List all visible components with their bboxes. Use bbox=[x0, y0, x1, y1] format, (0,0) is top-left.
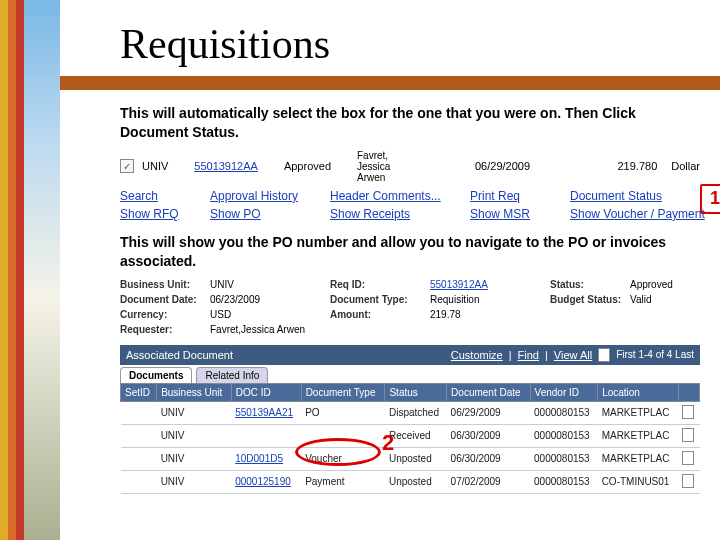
cell-bu: UNIV bbox=[157, 470, 232, 493]
find-link[interactable]: Find bbox=[518, 349, 539, 361]
cell-setid bbox=[121, 447, 157, 470]
cell-doc-icon[interactable] bbox=[678, 401, 699, 424]
show-rfq-link[interactable]: Show RFQ bbox=[120, 207, 210, 221]
lbl-status: Status: bbox=[550, 279, 630, 290]
table-row: UNIV550139AA21PODispatched06/29/20090000… bbox=[121, 401, 700, 424]
assoc-tabs: Documents Related Info bbox=[120, 367, 700, 383]
assoc-table: SetID Business Unit DOC ID Document Type… bbox=[120, 383, 700, 494]
show-msr-link[interactable]: Show MSR bbox=[470, 207, 570, 221]
val-currency: USD bbox=[210, 309, 330, 320]
val-docdate: 06/23/2009 bbox=[210, 294, 330, 305]
instruction-2: This will show you the PO number and all… bbox=[120, 233, 700, 271]
lbl-reqid: Req ID: bbox=[330, 279, 430, 290]
val-doctype: Requisition bbox=[430, 294, 550, 305]
cell-docdate: 06/29/2009 bbox=[447, 401, 530, 424]
link-grid: Search Approval History Header Comments.… bbox=[120, 189, 700, 221]
nav-text[interactable]: First 1-4 of 4 Last bbox=[616, 349, 694, 360]
approval-history-link[interactable]: Approval History bbox=[210, 189, 330, 203]
cell-doctype: Payment bbox=[301, 470, 385, 493]
cell-docdate: 07/02/2009 bbox=[447, 470, 530, 493]
cell-docid-link[interactable] bbox=[231, 424, 301, 447]
lbl-docdate: Document Date: bbox=[120, 294, 210, 305]
table-row: UNIV10D001D5VoucherUnposted06/30/2009000… bbox=[121, 447, 700, 470]
cell-location: MARKETPLAC bbox=[598, 447, 679, 470]
lbl-bu: Business Unit: bbox=[120, 279, 210, 290]
cell-vendor: 0000080153 bbox=[530, 401, 598, 424]
val-status: Approved bbox=[630, 279, 710, 290]
cell-status: Dispatched bbox=[385, 401, 447, 424]
requester-name: Favret, Jessica Arwen bbox=[357, 150, 417, 183]
col-setid: SetID bbox=[121, 383, 157, 401]
tab-documents[interactable]: Documents bbox=[120, 367, 192, 383]
cell-docid-link[interactable]: 0000125190 bbox=[231, 470, 301, 493]
cell-setid bbox=[121, 401, 157, 424]
checkbox-checked-icon[interactable]: ✓ bbox=[120, 159, 134, 173]
cell-bu: UNIV bbox=[157, 424, 232, 447]
col-location: Location bbox=[598, 383, 679, 401]
selected-req-row: ✓ UNIV 55013912AA Approved Favret, Jessi… bbox=[120, 148, 700, 187]
cell-doctype: PO bbox=[301, 401, 385, 424]
amount-value: 219.780 bbox=[618, 160, 658, 172]
cell-doc-icon[interactable] bbox=[678, 470, 699, 493]
cell-location: MARKETPLAC bbox=[598, 424, 679, 447]
val-reqid[interactable]: 55013912AA bbox=[430, 279, 550, 290]
document-icon bbox=[682, 451, 694, 465]
cell-vendor: 0000080153 bbox=[530, 424, 598, 447]
req-detail-block: Business Unit: UNIV Req ID: 55013912AA S… bbox=[120, 277, 700, 337]
assoc-title: Associated Document bbox=[126, 349, 233, 361]
cell-doctype: Voucher bbox=[301, 447, 385, 470]
col-docdate: Document Date bbox=[447, 383, 530, 401]
cell-docid-link[interactable]: 550139AA21 bbox=[231, 401, 301, 424]
cell-doc-icon[interactable] bbox=[678, 424, 699, 447]
assoc-header-bar: Associated Document Customize | Find | V… bbox=[120, 345, 700, 365]
currency-value: Dollar bbox=[671, 160, 700, 172]
print-req-link[interactable]: Print Req bbox=[470, 189, 570, 203]
viewall-link[interactable]: View All bbox=[554, 349, 592, 361]
cell-location: CO-TMINUS01 bbox=[598, 470, 679, 493]
table-row: UNIV0000125190PaymentUnposted07/02/20090… bbox=[121, 470, 700, 493]
show-receipts-link[interactable]: Show Receipts bbox=[330, 207, 470, 221]
cell-bu: UNIV bbox=[157, 401, 232, 424]
req-id-link[interactable]: 55013912AA bbox=[194, 160, 258, 172]
callout-2: 2 bbox=[382, 430, 394, 456]
date-value: 06/29/2009 bbox=[475, 160, 530, 172]
cell-doc-icon[interactable] bbox=[678, 447, 699, 470]
tab-related-info[interactable]: Related Info bbox=[196, 367, 268, 383]
col-status: Status bbox=[385, 383, 447, 401]
cell-docid-link[interactable]: 10D001D5 bbox=[231, 447, 301, 470]
cell-setid bbox=[121, 470, 157, 493]
cell-docdate: 06/30/2009 bbox=[447, 447, 530, 470]
header-comments-link[interactable]: Header Comments... bbox=[330, 189, 470, 203]
cell-setid bbox=[121, 424, 157, 447]
document-icon bbox=[682, 428, 694, 442]
cell-docdate: 06/30/2009 bbox=[447, 424, 530, 447]
show-voucher-link[interactable]: Show Voucher / Payment bbox=[570, 207, 720, 221]
col-vendor: Vendor ID bbox=[530, 383, 598, 401]
col-bu: Business Unit bbox=[157, 383, 232, 401]
lbl-requester: Requester: bbox=[120, 324, 210, 335]
lbl-currency: Currency: bbox=[120, 309, 210, 320]
val-requester: Favret,Jessica Arwen bbox=[210, 324, 550, 335]
lbl-doctype: Document Type: bbox=[330, 294, 430, 305]
col-doctype: Document Type bbox=[301, 383, 385, 401]
instruction-1: This will automatically select the box f… bbox=[120, 104, 700, 142]
lbl-budget: Budget Status: bbox=[550, 294, 630, 305]
status-value: Approved bbox=[284, 160, 331, 172]
page-title: Requisitions bbox=[120, 20, 700, 68]
cell-status: Unposted bbox=[385, 470, 447, 493]
bu-value: UNIV bbox=[142, 160, 168, 172]
val-bu: UNIV bbox=[210, 279, 330, 290]
customize-link[interactable]: Customize bbox=[451, 349, 503, 361]
grid-icon[interactable] bbox=[598, 348, 610, 362]
search-link[interactable]: Search bbox=[120, 189, 210, 203]
title-underline bbox=[60, 76, 720, 90]
callout-1: 1 bbox=[700, 184, 720, 214]
table-row: UNIVReceived06/30/20090000080153MARKETPL… bbox=[121, 424, 700, 447]
document-status-link[interactable]: Document Status bbox=[570, 189, 720, 203]
document-icon bbox=[682, 474, 694, 488]
lbl-amount: Amount: bbox=[330, 309, 430, 320]
document-icon bbox=[682, 405, 694, 419]
val-amount: 219.78 bbox=[430, 309, 550, 320]
show-po-link[interactable]: Show PO bbox=[210, 207, 330, 221]
val-budget: Valid bbox=[630, 294, 710, 305]
